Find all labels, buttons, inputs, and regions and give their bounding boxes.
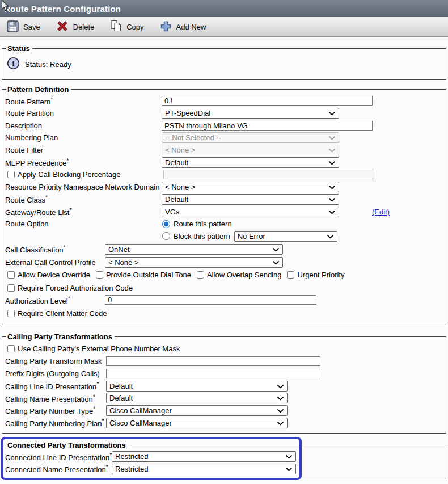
connected-line-id-presentation-select[interactable]: Restricted (112, 451, 296, 462)
numbering-plan-select: -- Not Selected -- (162, 132, 339, 143)
require-fac-cell: Require Forced Authorization Code (7, 284, 133, 292)
apply-call-blocking-checkbox[interactable] (7, 171, 15, 178)
allow-device-override-checkbox[interactable] (7, 271, 15, 279)
resource-priority-label: Resource Priority Namespace Network Doma… (5, 183, 162, 191)
route-option-label: Route Option (5, 220, 162, 228)
chevron-down-icon (329, 208, 335, 216)
chevron-down-icon (273, 258, 279, 267)
calling-party-number-type-row: Calling Party Number Type* Cisco CallMan… (5, 405, 441, 417)
require-cmc-cell: Require Client Matter Code (7, 309, 107, 318)
prefix-digits-label: Prefix Digits (Outgoing Calls) (5, 369, 106, 378)
status-section: Status i Status: Ready (2, 44, 446, 80)
connected-party-transformations-section: Connected Party Transformations Connecte… (2, 441, 446, 479)
chevron-down-icon (329, 109, 335, 117)
block-this-pattern-radio[interactable] (162, 232, 170, 240)
copy-icon (110, 20, 122, 34)
route-this-pattern-radio[interactable] (162, 220, 170, 228)
plus-icon (160, 20, 172, 34)
route-filter-label: Route Filter (5, 146, 162, 154)
external-call-control-row: External Call Control Profile < None > (5, 256, 441, 268)
status-text: Status: Ready (25, 60, 71, 69)
connected-name-presentation-label: Connected Name Presentation* (5, 464, 112, 474)
mlpp-precedence-label: MLPP Precedence* (5, 157, 162, 167)
numbering-plan-row: Numbering Plan -- Not Selected -- (5, 132, 441, 144)
calling-line-id-presentation-select[interactable]: Default (106, 381, 288, 392)
calling-party-numbering-plan-select[interactable]: Cisco CallManager (106, 418, 288, 428)
calling-name-presentation-row: Calling Name Presentation* Default (5, 392, 441, 405)
chevron-down-icon (273, 245, 279, 254)
prefix-digits-input[interactable] (106, 369, 320, 378)
transform-mask-label: Calling Party Transform Mask (5, 357, 106, 365)
block-error-select[interactable]: No Error (234, 231, 337, 242)
external-call-control-label: External Call Control Profile (5, 258, 105, 267)
delete-button-label: Delete (73, 23, 95, 31)
external-call-control-select[interactable]: < None > (105, 257, 283, 268)
route-filter-select: < None > (162, 145, 339, 155)
add-new-button[interactable]: Add New (160, 20, 206, 34)
gateway-route-list-label: Gateway/Route List* (5, 207, 162, 217)
call-classification-select[interactable]: OnNet (105, 244, 283, 255)
copy-button[interactable]: Copy (110, 20, 143, 34)
route-pattern-input[interactable] (162, 96, 373, 106)
use-mask-row: Use Calling Party's External Phone Numbe… (7, 342, 441, 355)
save-icon (7, 20, 19, 34)
urgent-priority-checkbox[interactable] (287, 271, 294, 279)
calling-name-presentation-label: Calling Name Presentation* (5, 393, 106, 403)
route-class-row: Route Class* Default (5, 193, 441, 206)
allow-device-override-cell: Allow Device Override (7, 271, 90, 279)
route-pattern-row: Route Pattern* (5, 95, 441, 107)
provide-outside-dial-tone-checkbox[interactable] (96, 271, 103, 279)
chevron-down-icon (277, 406, 284, 415)
route-partition-select[interactable]: PT-SpeedDial (162, 108, 339, 119)
delete-button[interactable]: Delete (56, 20, 95, 34)
connected-party-transformations-legend: Connected Party Transformations (6, 441, 128, 449)
chevron-down-icon (286, 452, 292, 461)
mlpp-precedence-row: MLPP Precedence* Default (5, 156, 441, 169)
gateway-route-list-row: Gateway/Route List* VGs (Edit) (5, 205, 441, 218)
block-this-pattern-label: Block this pattern (174, 232, 230, 241)
numbering-plan-label: Numbering Plan (5, 133, 162, 142)
save-button[interactable]: Save (7, 20, 40, 34)
use-external-phone-number-mask-checkbox[interactable] (7, 345, 15, 352)
route-partition-row: Route Partition PT-SpeedDial (5, 107, 441, 120)
info-icon: i (7, 57, 20, 71)
calling-line-id-presentation-row: Calling Line ID Presentation* Default (5, 380, 441, 392)
status-section-legend: Status (6, 44, 32, 53)
route-this-pattern-cell: Route this pattern (162, 220, 232, 228)
toolbar: Save Delete Copy Add New (0, 17, 448, 37)
use-mask-cell: Use Calling Party's External Phone Numbe… (7, 344, 180, 353)
chevron-down-icon (329, 183, 335, 191)
authorization-level-label: Authorization Level* (5, 295, 105, 305)
route-option-row: Route Option Route this pattern (5, 218, 441, 230)
require-cmc-checkbox[interactable] (7, 310, 15, 317)
calling-party-numbering-plan-label: Calling Party Numbering Plan* (5, 418, 106, 428)
call-blocking-percentage-input (163, 170, 374, 179)
call-classification-label: Call Classification* (5, 244, 105, 254)
description-input[interactable] (162, 121, 373, 131)
delete-icon (56, 20, 69, 34)
resource-priority-select[interactable]: < None > (162, 182, 339, 192)
require-cmc-row: Require Client Matter Code (7, 306, 441, 321)
prefix-digits-row: Prefix Digits (Outgoing Calls) (5, 368, 441, 380)
gateway-route-list-select[interactable]: VGs (162, 207, 339, 217)
calling-name-presentation-select[interactable]: Default (106, 393, 288, 403)
calling-party-number-type-select[interactable]: Cisco CallManager (106, 405, 288, 416)
mlpp-precedence-select[interactable]: Default (162, 157, 339, 168)
edit-link[interactable]: (Edit) (372, 208, 390, 216)
calling-party-number-type-label: Calling Party Number Type* (5, 405, 106, 415)
connected-line-id-presentation-label: Connected Line ID Presentation* (5, 452, 112, 462)
route-partition-label: Route Partition (5, 109, 162, 117)
allow-overlap-sending-cell: Allow Overlap Sending (196, 271, 282, 279)
connected-name-presentation-select[interactable]: Restricted (112, 464, 296, 474)
route-class-select[interactable]: Default (162, 194, 339, 205)
svg-text:i: i (12, 59, 15, 68)
chevron-down-icon (329, 158, 335, 167)
chevron-down-icon (286, 465, 292, 473)
authorization-level-input[interactable] (105, 295, 316, 305)
calling-party-transform-mask-input[interactable] (106, 356, 320, 366)
connected-line-id-presentation-row: Connected Line ID Presentation* Restrict… (5, 451, 441, 463)
allow-overlap-sending-checkbox[interactable] (197, 271, 204, 279)
chevron-down-icon (327, 232, 333, 241)
require-fac-checkbox[interactable] (7, 284, 15, 292)
route-pattern-label: Route Pattern* (5, 96, 162, 106)
